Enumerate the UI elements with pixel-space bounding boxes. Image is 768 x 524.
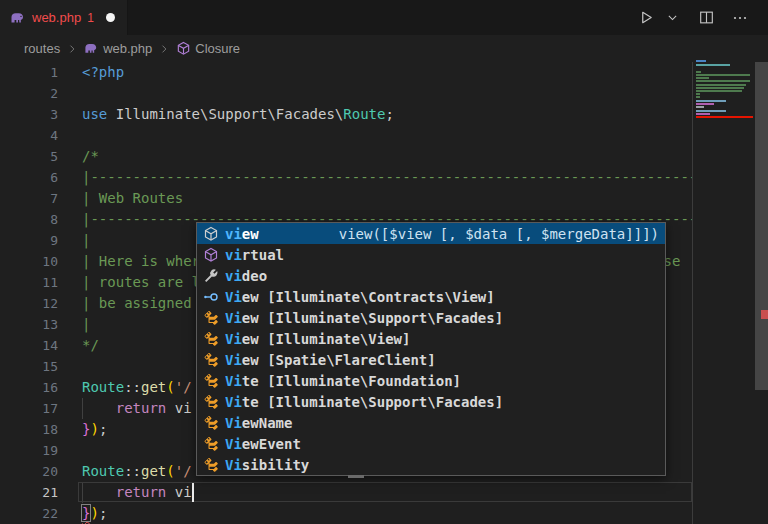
code-token: ; bbox=[99, 421, 107, 437]
suggest-label: View [Illuminate\Contracts\View] bbox=[225, 289, 495, 305]
code-line[interactable]: 5/* bbox=[0, 146, 692, 167]
run-button[interactable] bbox=[636, 8, 656, 28]
line-number[interactable]: 18 bbox=[0, 419, 58, 440]
code-text: use Illuminate\Support\Facades\Route; bbox=[82, 104, 394, 125]
symbol-class-icon bbox=[203, 436, 219, 452]
current-line-highlight bbox=[78, 482, 692, 502]
editor-pane[interactable]: 1<?php23use Illuminate\Support\Facades\R… bbox=[0, 62, 768, 524]
line-number[interactable]: 5 bbox=[0, 146, 58, 167]
minimap[interactable] bbox=[696, 58, 753, 122]
line-number[interactable]: 10 bbox=[0, 251, 58, 272]
code-token: Route bbox=[82, 379, 124, 395]
code-text: | bbox=[82, 314, 90, 335]
minimap-mark bbox=[696, 71, 701, 73]
vscode-window: web.php 1 routes bbox=[0, 0, 768, 524]
line-number[interactable]: 12 bbox=[0, 293, 58, 314]
editor-actions bbox=[636, 0, 768, 35]
code-line[interactable]: 1<?php bbox=[0, 62, 692, 83]
code-line[interactable]: 6|--------------------------------------… bbox=[0, 167, 692, 188]
line-number[interactable]: 4 bbox=[0, 125, 58, 146]
minimap-mark bbox=[696, 96, 700, 98]
chevron-right-icon bbox=[158, 43, 170, 55]
text-cursor bbox=[192, 483, 194, 502]
suggest-label: View [Illuminate\View] bbox=[225, 331, 410, 347]
line-number[interactable]: 13 bbox=[0, 314, 58, 335]
suggest-item[interactable]: Visibility bbox=[197, 454, 665, 475]
tab-problem-badge: 1 bbox=[87, 11, 94, 25]
minimap-mark bbox=[696, 64, 730, 66]
suggest-label: ViewEvent bbox=[225, 436, 301, 452]
php-icon bbox=[10, 10, 26, 26]
suggest-item[interactable]: video bbox=[197, 265, 665, 286]
run-dropdown-chevron-icon[interactable] bbox=[662, 8, 682, 28]
code-token: */ bbox=[82, 337, 99, 353]
suggest-label: Vite [Illuminate\Foundation] bbox=[225, 373, 461, 389]
chevron-right-icon bbox=[66, 43, 78, 55]
symbol-class-icon bbox=[203, 352, 219, 368]
suggest-item[interactable]: View [Illuminate\Contracts\View] bbox=[197, 286, 665, 307]
minimap-mark bbox=[696, 100, 726, 102]
line-number[interactable]: 6 bbox=[0, 167, 58, 188]
code-text: |---------------------------------------… bbox=[82, 167, 692, 188]
code-token: return bbox=[116, 400, 167, 416]
suggest-item[interactable]: View [Spatie\FlareClient] bbox=[197, 349, 665, 370]
code-token: | bbox=[82, 316, 90, 332]
line-number[interactable]: 8 bbox=[0, 209, 58, 230]
minimap-mark bbox=[696, 103, 714, 105]
line-number[interactable]: 9 bbox=[0, 230, 58, 251]
code-text: }); bbox=[82, 503, 107, 524]
minimap-mark bbox=[696, 84, 746, 86]
line-number[interactable]: 22 bbox=[0, 503, 58, 524]
code-line[interactable]: 3use Illuminate\Support\Facades\Route; bbox=[0, 104, 692, 125]
suggest-label: virtual bbox=[225, 247, 284, 263]
line-number[interactable]: 20 bbox=[0, 461, 58, 482]
line-number[interactable]: 11 bbox=[0, 272, 58, 293]
minimap-mark bbox=[696, 60, 706, 62]
breadcrumb-item-closure[interactable]: Closure bbox=[176, 41, 240, 56]
line-number[interactable]: 21 bbox=[0, 482, 58, 503]
suggest-item[interactable]: ViewEvent bbox=[197, 433, 665, 454]
code-line[interactable]: 2 bbox=[0, 83, 692, 104]
code-line[interactable]: 22}); bbox=[0, 503, 692, 524]
code-line[interactable]: 7| Web Routes bbox=[0, 188, 692, 209]
suggest-item[interactable]: ViewName bbox=[197, 412, 665, 433]
breadcrumb-label: Closure bbox=[195, 41, 240, 56]
vertical-scrollbar[interactable] bbox=[755, 62, 768, 390]
line-number[interactable]: 2 bbox=[0, 83, 58, 104]
symbol-cube-icon bbox=[203, 247, 219, 263]
suggest-item[interactable]: virtual bbox=[197, 244, 665, 265]
line-number[interactable]: 16 bbox=[0, 377, 58, 398]
breadcrumb-item-routes[interactable]: routes bbox=[24, 41, 60, 56]
code-token: Route bbox=[343, 106, 385, 122]
suggest-item[interactable]: View [Illuminate\Support\Facades] bbox=[197, 307, 665, 328]
suggest-label: view bbox=[225, 226, 259, 242]
line-number[interactable]: 3 bbox=[0, 104, 58, 125]
suggest-item[interactable]: Vite [Illuminate\Foundation] bbox=[197, 370, 665, 391]
line-number[interactable]: 1 bbox=[0, 62, 58, 83]
line-number[interactable]: 17 bbox=[0, 398, 58, 419]
line-number[interactable]: 15 bbox=[0, 356, 58, 377]
tab-modified-dot[interactable] bbox=[106, 13, 115, 22]
minimap-mark bbox=[696, 110, 726, 112]
tab-web-php[interactable]: web.php 1 bbox=[0, 0, 128, 35]
code-token bbox=[82, 400, 116, 416]
suggest-item[interactable]: Vite [Illuminate\Support\Facades] bbox=[197, 391, 665, 412]
line-number[interactable]: 14 bbox=[0, 335, 58, 356]
split-editor-button[interactable] bbox=[696, 8, 716, 28]
code-token: :: bbox=[124, 463, 141, 479]
code-line[interactable]: 4 bbox=[0, 125, 692, 146]
code-text: }); bbox=[82, 419, 107, 440]
minimap-mark bbox=[696, 113, 710, 115]
code-token: :: bbox=[124, 379, 141, 395]
suggest-resize-handle[interactable] bbox=[348, 475, 364, 478]
line-number[interactable]: 7 bbox=[0, 188, 58, 209]
code-token: ; bbox=[385, 106, 393, 122]
symbol-class-icon bbox=[203, 373, 219, 389]
breadcrumb-item-web-php[interactable]: web.php bbox=[84, 41, 152, 56]
suggest-item[interactable]: viewview([$view [, $data [, $mergeData]]… bbox=[197, 223, 665, 244]
minimap-mark bbox=[696, 93, 700, 95]
line-number[interactable]: 19 bbox=[0, 440, 58, 461]
more-actions-button[interactable] bbox=[730, 8, 750, 28]
suggest-item[interactable]: View [Illuminate\View] bbox=[197, 328, 665, 349]
minimap-mark bbox=[696, 77, 709, 79]
